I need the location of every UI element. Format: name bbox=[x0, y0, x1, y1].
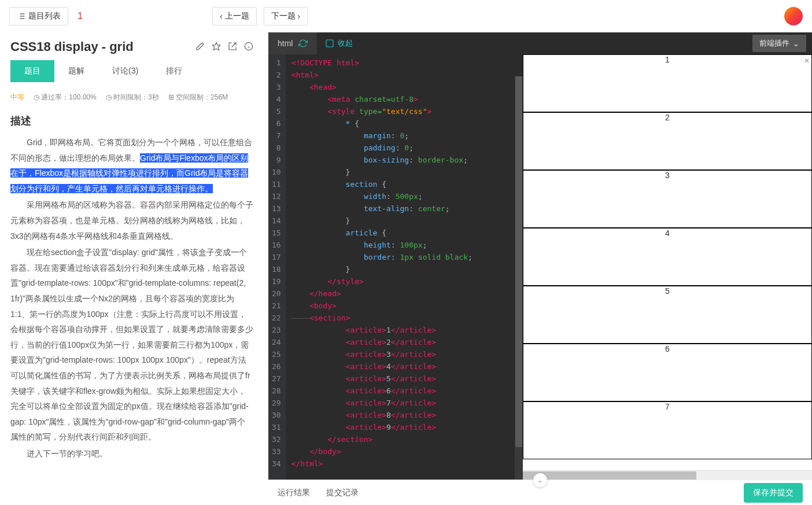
top-bar-left: 题目列表 1 ‹ 上一题 下一题 › bbox=[9, 7, 308, 25]
preview-article: 6 bbox=[523, 344, 812, 401]
problem-panel: CSS18 display - grid 题目 题解 讨论(3) 排行 中等 ◷… bbox=[0, 32, 264, 505]
fold-toggle[interactable]: 收起 bbox=[317, 38, 361, 49]
star-icon[interactable] bbox=[212, 42, 221, 53]
next-label: 下一题 bbox=[271, 11, 296, 21]
desc-p4: 进入下一节的学习吧。 bbox=[10, 446, 253, 462]
code-editor[interactable]: 1234567891011121314151617181920212223242… bbox=[268, 54, 523, 480]
refresh-icon[interactable] bbox=[298, 39, 308, 48]
language-label: html bbox=[278, 39, 293, 48]
chevron-left-icon: ‹ bbox=[220, 12, 223, 21]
line-gutter: 1234567891011121314151617181920212223242… bbox=[268, 54, 286, 480]
preview-article: 7 bbox=[523, 401, 812, 459]
space-limit: ⊞ 空间限制：256M bbox=[168, 93, 228, 102]
share-icon[interactable] bbox=[228, 42, 237, 53]
main-wrap: CSS18 display - grid 题目 题解 讨论(3) 排行 中等 ◷… bbox=[0, 32, 812, 505]
problem-list-label: 题目列表 bbox=[28, 11, 61, 21]
tab-rank[interactable]: 排行 bbox=[152, 60, 196, 82]
title-actions bbox=[195, 42, 253, 53]
avatar[interactable] bbox=[784, 7, 803, 25]
plugin-button[interactable]: 前端插件 ⌄ bbox=[752, 35, 806, 52]
desc-p3: 现在给section盒子设置"display: grid"属性，将该盒子变成一个… bbox=[10, 245, 253, 445]
preview-article: 2 bbox=[523, 112, 812, 170]
problem-tabs: 题目 题解 讨论(3) 排行 bbox=[10, 60, 253, 82]
description-body: Grid，即网格布局。它将页面划分为一个个网格，可以任意组合不同的形态，做出理想… bbox=[10, 135, 253, 461]
fold-label: 收起 bbox=[338, 38, 353, 49]
tab-description[interactable]: 题目 bbox=[10, 60, 54, 82]
code-content[interactable]: <!DOCTYPE html><html> <head> <meta chars… bbox=[286, 54, 523, 480]
desc-p2: 采用网格布局的区域称为容器。容器内部采用网格定位的每个子元素称为容器项，也是单元… bbox=[10, 197, 253, 244]
preview-article: 1 bbox=[523, 54, 812, 112]
tab-submit-history[interactable]: 提交记录 bbox=[326, 488, 359, 498]
edit-icon[interactable] bbox=[195, 42, 205, 53]
language-selector[interactable]: html bbox=[268, 32, 317, 54]
submit-button[interactable]: 保存并提交 bbox=[744, 483, 803, 503]
editor-panel: html 收起 前端插件 ⌄ 1234567891011121314151617… bbox=[264, 32, 812, 505]
desc-p1: Grid，即网格布局。它将页面划分为一个个网格，可以任意组合不同的形态，做出理想… bbox=[10, 135, 253, 196]
preview-pane: ✕ 1234567 bbox=[523, 54, 812, 480]
prev-label: 上一题 bbox=[225, 11, 249, 21]
prev-problem-button[interactable]: ‹ 上一题 bbox=[212, 7, 257, 25]
list-icon bbox=[17, 12, 26, 21]
plugin-label: 前端插件 bbox=[759, 38, 789, 49]
top-bar: 题目列表 1 ‹ 上一题 下一题 › bbox=[0, 0, 812, 32]
tab-discuss[interactable]: 讨论(3) bbox=[98, 60, 152, 82]
chevron-down-icon: ⌄ bbox=[793, 39, 799, 48]
preview-article: 5 bbox=[523, 286, 812, 344]
collapse-toggle[interactable]: ⌄ bbox=[533, 473, 547, 487]
difficulty-badge: 中等 bbox=[10, 93, 24, 102]
close-icon[interactable]: ✕ bbox=[804, 57, 810, 65]
time-limit: ◷ 时间限制：3秒 bbox=[106, 93, 159, 102]
problem-title: CSS18 display - grid bbox=[10, 39, 134, 54]
preview-scrollbar-h[interactable] bbox=[523, 470, 812, 480]
chevron-right-icon: › bbox=[298, 12, 301, 21]
tab-solution[interactable]: 题解 bbox=[54, 60, 98, 82]
editor-scrollbar-v[interactable] bbox=[515, 76, 523, 480]
preview-article: 4 bbox=[523, 228, 812, 286]
problem-counter: 1 bbox=[77, 11, 83, 21]
preview-article: 3 bbox=[523, 170, 812, 228]
editor-header: html 收起 前端插件 ⌄ bbox=[268, 32, 812, 54]
pass-rate: ◷ 通过率：100.00% bbox=[34, 93, 97, 102]
problem-list-button[interactable]: 题目列表 bbox=[9, 7, 68, 25]
svg-marker-6 bbox=[212, 42, 220, 50]
svg-rect-10 bbox=[326, 40, 333, 47]
bottom-bar: ⌄ 运行结果 提交记录 保存并提交 bbox=[268, 480, 812, 505]
description-heading: 描述 bbox=[10, 114, 253, 128]
tab-run-result[interactable]: 运行结果 bbox=[278, 488, 310, 498]
preview-content: 1234567 bbox=[523, 54, 812, 459]
next-problem-button[interactable]: 下一题 › bbox=[264, 7, 308, 25]
checkbox-icon bbox=[325, 39, 334, 48]
info-icon[interactable] bbox=[244, 42, 253, 53]
meta-row: 中等 ◷ 通过率：100.00% ◷ 时间限制：3秒 ⊞ 空间限制：256M bbox=[10, 93, 253, 102]
